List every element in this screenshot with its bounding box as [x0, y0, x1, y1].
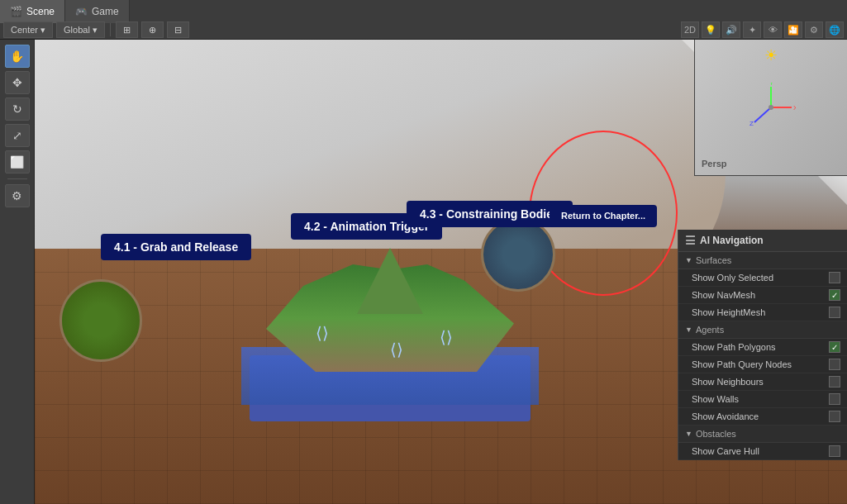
nav-label-grab[interactable]: 4.1 - Grab and Release	[101, 234, 251, 260]
show-heightmesh-item[interactable]: Show HeightMesh	[678, 304, 847, 321]
agents-label: Agents	[696, 325, 724, 335]
show-avoidance-label: Show Avoidance	[692, 411, 759, 421]
ai-nav-title: Al Navigation	[700, 235, 764, 246]
scene-tab-icon: 🎬	[10, 6, 22, 17]
svg-text:Y: Y	[769, 83, 774, 87]
mini-map: Persp X Y Z ☀	[694, 40, 847, 176]
tab-scene[interactable]: 🎬 Scene	[0, 0, 65, 23]
light-btn[interactable]: 💡	[702, 21, 720, 38]
fx-btn[interactable]: ✦	[743, 21, 761, 38]
svg-line-2	[754, 107, 771, 122]
agents-triangle: ▼	[685, 326, 692, 334]
tool-divider	[7, 178, 27, 179]
transform-btn[interactable]: ⊞	[116, 21, 138, 38]
tab-game[interactable]: 🎮 Game	[65, 0, 130, 23]
island-terrain	[241, 215, 539, 421]
show-path-polygons-check[interactable]: ✓	[829, 341, 840, 353]
2d-btn[interactable]: 2D	[681, 21, 699, 38]
nav-marker-3: ⟨⟩	[440, 327, 453, 347]
show-neighbours-check[interactable]	[829, 376, 840, 388]
custom-tool[interactable]: ⚙	[5, 184, 30, 207]
surfaces-section: ▼ Surfaces Show Only Selected Show NavMe…	[678, 252, 847, 321]
viewport: 4.1 - Grab and Release 4.2 - Animation T…	[35, 40, 847, 504]
surfaces-header[interactable]: ▼ Surfaces	[678, 252, 847, 269]
show-path-query-nodes-label: Show Path Query Nodes	[692, 359, 792, 369]
show-path-query-nodes-item[interactable]: Show Path Query Nodes	[678, 356, 847, 373]
show-avoidance-check[interactable]	[829, 411, 840, 422]
pivot-icon: ⊕	[149, 25, 156, 36]
show-navmesh-label: Show NavMesh	[692, 290, 755, 300]
show-walls-item[interactable]: Show Walls	[678, 391, 847, 408]
show-carve-hull-check[interactable]	[829, 445, 840, 457]
show-neighbours-item[interactable]: Show Neighbours	[678, 373, 847, 391]
show-neighbours-label: Show Neighbours	[692, 377, 764, 387]
show-only-selected-item[interactable]: Show Only Selected	[678, 269, 847, 287]
camera-btn[interactable]: 🎦	[784, 21, 802, 38]
mini-map-axis: X Y Z	[746, 83, 796, 132]
svg-text:Z: Z	[749, 120, 754, 127]
agents-header[interactable]: ▼ Agents	[678, 321, 847, 339]
transform-icon: ⊞	[123, 25, 131, 36]
game-tab-icon: 🎮	[75, 6, 88, 17]
ai-nav-header: ☰ Al Navigation	[678, 230, 847, 252]
pivot-btn[interactable]: ⊕	[141, 21, 164, 38]
tab-bar: 🎬 Scene 🎮 Game	[0, 0, 130, 23]
view-btn[interactable]: 👁	[764, 21, 782, 38]
layout-btn[interactable]: ⊟	[167, 21, 189, 38]
show-heightmesh-check[interactable]	[829, 307, 840, 318]
scene-tab-label: Scene	[26, 6, 55, 17]
right-toolbar: 2D 💡 🔊 ✦ 👁 🎦 ⚙ 🌐	[681, 21, 844, 39]
show-path-query-nodes-check[interactable]	[829, 359, 840, 370]
hand-tool[interactable]: ✋	[5, 45, 30, 68]
rect-tool[interactable]: ⬜	[5, 150, 30, 174]
layout-icon: ⊟	[174, 25, 182, 36]
agents-section: ▼ Agents Show Path Polygons ✓ Show Path …	[678, 321, 847, 426]
sun-icon: ☀	[764, 46, 778, 64]
show-carve-hull-label: Show Carve Hull	[692, 446, 759, 456]
return-label[interactable]: Return to Chapter...	[550, 205, 657, 227]
nav-marker-2: ⟨⟩	[390, 340, 403, 359]
show-path-polygons-item[interactable]: Show Path Polygons ✓	[678, 339, 847, 356]
show-only-selected-check[interactable]	[829, 272, 840, 283]
show-walls-check[interactable]	[829, 393, 840, 405]
mini-map-background: Persp X Y Z ☀	[695, 40, 847, 175]
center-btn[interactable]: Center ▾	[3, 21, 53, 38]
show-only-selected-label: Show Only Selected	[692, 273, 773, 283]
island-peak	[357, 248, 423, 314]
globe-btn[interactable]: 🌐	[826, 21, 844, 38]
toolbar-row: Center ▾ Global ▾ ⊞ ⊕ ⊟ 2D 💡 🔊 ✦ 👁 🎦 ⚙ 🌐	[0, 21, 847, 39]
global-label: Global	[64, 25, 90, 35]
svg-text:X: X	[793, 104, 796, 112]
settings-btn[interactable]: ⚙	[805, 21, 823, 38]
hamburger-icon: ☰	[685, 234, 696, 247]
left-panel: ✋ ✥ ↻ ⤢ ⬜ ⚙	[0, 40, 35, 504]
show-carve-hull-item[interactable]: Show Carve Hull	[678, 443, 847, 460]
surfaces-triangle: ▼	[685, 256, 692, 264]
dropdown-icon: ▾	[40, 25, 45, 36]
persp-label: Persp	[702, 159, 727, 169]
show-navmesh-check[interactable]: ✓	[829, 289, 840, 301]
game-tab-label: Game	[92, 6, 119, 17]
show-path-polygons-label: Show Path Polygons	[692, 342, 776, 352]
circle-thumb-grass	[59, 279, 142, 362]
scale-tool[interactable]: ⤢	[5, 124, 30, 147]
nav-marker-1: ⟨⟩	[316, 323, 329, 343]
dropdown-icon2: ▾	[93, 25, 98, 36]
center-label: Center	[11, 25, 38, 35]
ai-nav-panel: ☰ Al Navigation ▼ Surfaces Show Only Sel…	[678, 230, 847, 460]
show-navmesh-item[interactable]: Show NavMesh ✓	[678, 287, 847, 304]
sep1	[110, 23, 111, 36]
obstacles-header[interactable]: ▼ Obstacles	[678, 426, 847, 443]
global-btn[interactable]: Global ▾	[56, 21, 105, 38]
obstacles-triangle: ▼	[685, 430, 692, 438]
show-heightmesh-label: Show HeightMesh	[692, 307, 765, 317]
show-avoidance-item[interactable]: Show Avoidance	[678, 408, 847, 426]
obstacles-label: Obstacles	[696, 429, 736, 439]
rotate-tool[interactable]: ↻	[5, 97, 30, 121]
surfaces-label: Surfaces	[696, 255, 731, 265]
obstacles-section: ▼ Obstacles Show Carve Hull	[678, 426, 847, 460]
svg-point-6	[768, 105, 773, 110]
move-tool[interactable]: ✥	[5, 71, 30, 94]
show-walls-label: Show Walls	[692, 394, 739, 404]
audio-btn[interactable]: 🔊	[722, 21, 740, 38]
